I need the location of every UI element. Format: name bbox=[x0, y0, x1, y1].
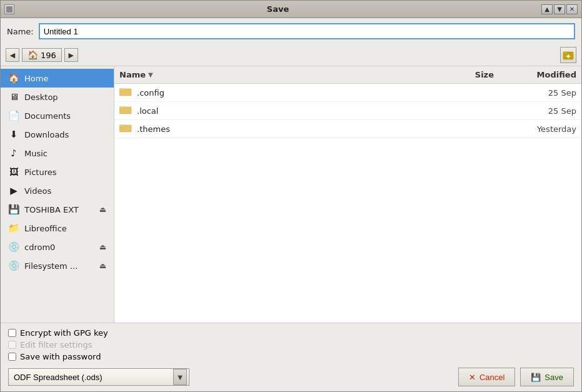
name-row: Name: bbox=[1, 18, 581, 44]
svg-rect-10 bbox=[119, 125, 124, 127]
sort-arrow-icon: ▼ bbox=[148, 71, 153, 78]
table-row[interactable]: .themes Yesterday bbox=[114, 120, 581, 138]
checkboxes: Encrypt with GPG key Edit filter setting… bbox=[8, 328, 574, 361]
folder-icon bbox=[119, 104, 132, 117]
libreoffice-icon: 📁 bbox=[8, 223, 19, 234]
col-modified-header: Modified bbox=[501, 70, 576, 79]
music-icon: ♪ bbox=[8, 148, 19, 159]
nav-forward-button[interactable]: ▶ bbox=[64, 48, 78, 62]
file-list: .config 25 Sep .local 25 Sep bbox=[114, 84, 581, 323]
sidebar-item-label: Pictures bbox=[24, 168, 56, 177]
save-button[interactable]: 💾 Save bbox=[520, 368, 574, 386]
encrypt-label: Encrypt with GPG key bbox=[20, 328, 108, 338]
sidebar-item-label: cdrom0 bbox=[24, 243, 55, 252]
sidebar-item-music[interactable]: ♪ Music bbox=[1, 144, 114, 163]
file-header: Name ▼ Size Modified bbox=[114, 66, 581, 84]
sidebar: 🏠 Home 🖥 Desktop 📄 Documents ⬇ Downloads… bbox=[1, 66, 114, 323]
sidebar-item-home[interactable]: 🏠 Home bbox=[1, 69, 114, 88]
password-checkbox-row[interactable]: Save with password bbox=[8, 352, 574, 361]
cancel-icon: ✕ bbox=[469, 373, 476, 382]
name-label: Name: bbox=[7, 27, 34, 36]
sidebar-item-label: Music bbox=[24, 149, 48, 158]
sidebar-item-toshiba[interactable]: 💾 TOSHIBA EXT ⏏ bbox=[1, 200, 114, 219]
svg-rect-0 bbox=[6, 6, 13, 13]
col-size-header: Size bbox=[451, 70, 501, 79]
sidebar-item-documents[interactable]: 📄 Documents bbox=[1, 106, 114, 125]
file-name: .config bbox=[137, 88, 451, 98]
sidebar-item-label: Documents bbox=[24, 111, 71, 121]
location-text: 196 bbox=[41, 51, 56, 60]
window-down-button[interactable]: ▼ bbox=[554, 4, 565, 14]
svg-rect-8 bbox=[119, 107, 124, 109]
table-row[interactable]: .config 25 Sep bbox=[114, 84, 581, 102]
sidebar-item-label: TOSHIBA EXT bbox=[24, 205, 79, 214]
pictures-icon: 🖼 bbox=[8, 166, 19, 178]
sidebar-item-label: Desktop bbox=[24, 93, 58, 102]
toolbar-row: ◀ 🏠 196 ▶ bbox=[1, 44, 581, 66]
sidebar-item-videos[interactable]: ▶ Videos bbox=[1, 181, 114, 200]
file-modified: Yesterday bbox=[501, 124, 576, 134]
file-area: Name ▼ Size Modified .config bbox=[114, 66, 581, 323]
filesystem-eject-icon[interactable]: ⏏ bbox=[99, 261, 106, 270]
filter-checkbox[interactable] bbox=[8, 341, 16, 349]
home-nav-icon: 🏠 bbox=[8, 73, 19, 84]
videos-icon: ▶ bbox=[8, 185, 19, 196]
documents-icon: 📄 bbox=[8, 110, 19, 121]
col-name-header: Name ▼ bbox=[119, 70, 451, 79]
sidebar-item-pictures[interactable]: 🖼 Pictures bbox=[1, 163, 114, 181]
sidebar-item-label: Downloads bbox=[24, 130, 69, 139]
file-modified: 25 Sep bbox=[501, 106, 576, 116]
filter-checkbox-row: Edit filter settings bbox=[8, 340, 574, 349]
svg-rect-2 bbox=[563, 52, 568, 54]
sidebar-item-label: Home bbox=[24, 74, 48, 83]
format-wrapper: ODF Spreadsheet (.ods) Excel 2007-365 (.… bbox=[8, 368, 189, 386]
encrypt-checkbox[interactable] bbox=[8, 329, 16, 337]
folder-icon bbox=[119, 123, 132, 135]
filesystem-icon: 💿 bbox=[8, 260, 19, 271]
bottom-bar: Encrypt with GPG key Edit filter setting… bbox=[1, 323, 581, 391]
save-dialog: Save ▲ ▼ ✕ Name: ◀ 🏠 196 ▶ bbox=[0, 0, 582, 392]
bottom-actions: ODF Spreadsheet (.ods) Excel 2007-365 (.… bbox=[8, 368, 574, 386]
toshiba-icon: 💾 bbox=[8, 204, 19, 215]
table-row[interactable]: .local 25 Sep bbox=[114, 102, 581, 120]
file-name: .local bbox=[137, 106, 451, 116]
sidebar-item-desktop[interactable]: 🖥 Desktop bbox=[1, 88, 114, 106]
sidebar-item-label: Videos bbox=[24, 186, 51, 196]
sidebar-item-filesystem[interactable]: 💿 Filesystem ... ⏏ bbox=[1, 256, 114, 275]
sidebar-item-cdrom0[interactable]: 💿 cdrom0 ⏏ bbox=[1, 238, 114, 256]
create-directory-button[interactable] bbox=[560, 47, 576, 63]
save-icon: 💾 bbox=[531, 373, 541, 382]
password-checkbox[interactable] bbox=[8, 353, 16, 361]
window-icon bbox=[4, 4, 14, 14]
folder-icon bbox=[119, 86, 132, 99]
cdrom0-icon: 💿 bbox=[8, 241, 19, 253]
file-modified: 25 Sep bbox=[501, 88, 576, 98]
dialog-title: Save bbox=[14, 4, 541, 14]
window-close-button[interactable]: ✕ bbox=[566, 4, 578, 14]
filter-label: Edit filter settings bbox=[20, 340, 93, 349]
titlebar: Save ▲ ▼ ✕ bbox=[1, 1, 581, 18]
window-controls: ▲ ▼ ✕ bbox=[541, 4, 578, 14]
cdrom0-eject-icon[interactable]: ⏏ bbox=[99, 243, 106, 251]
sidebar-item-label: Filesystem ... bbox=[24, 261, 78, 271]
downloads-icon: ⬇ bbox=[8, 129, 19, 140]
main-area: 🏠 Home 🖥 Desktop 📄 Documents ⬇ Downloads… bbox=[1, 66, 581, 323]
home-icon: 🏠 bbox=[28, 50, 38, 60]
sidebar-item-libreoffice[interactable]: 📁 Libreoffice bbox=[1, 219, 114, 238]
cancel-button[interactable]: ✕ Cancel bbox=[458, 368, 515, 386]
desktop-icon: 🖥 bbox=[8, 91, 19, 103]
password-label: Save with password bbox=[20, 352, 101, 361]
encrypt-checkbox-row[interactable]: Encrypt with GPG key bbox=[8, 328, 574, 338]
save-label: Save bbox=[544, 373, 563, 382]
toshiba-eject-icon[interactable]: ⏏ bbox=[99, 205, 106, 214]
sidebar-item-downloads[interactable]: ⬇ Downloads bbox=[1, 125, 114, 144]
nav-back-button[interactable]: ◀ bbox=[6, 48, 19, 62]
svg-rect-6 bbox=[119, 89, 124, 91]
window-up-button[interactable]: ▲ bbox=[541, 4, 553, 14]
cancel-label: Cancel bbox=[479, 373, 504, 382]
file-name: .themes bbox=[137, 124, 451, 134]
filename-input[interactable] bbox=[39, 23, 575, 39]
action-buttons: ✕ Cancel 💾 Save bbox=[458, 368, 574, 386]
format-select[interactable]: ODF Spreadsheet (.ods) Excel 2007-365 (.… bbox=[8, 368, 189, 386]
location-badge[interactable]: 🏠 196 bbox=[22, 48, 62, 62]
